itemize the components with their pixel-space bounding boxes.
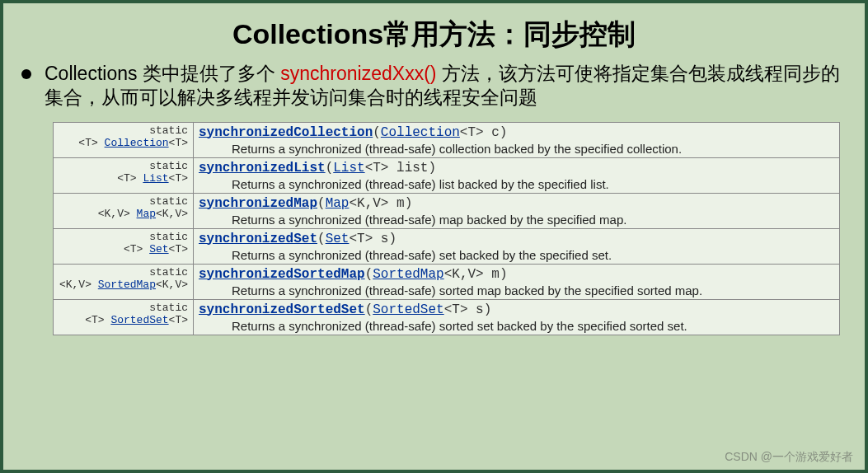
table-row: static<K,V> SortedMap<K,V>synchronizedSo… xyxy=(54,264,840,299)
desc-highlight: synchronizedXxx() xyxy=(280,63,436,84)
modifier-cell: static<T> Set<T> xyxy=(54,228,194,264)
method-cell: synchronizedSortedSet(SortedSet<T> s)Ret… xyxy=(194,299,840,335)
method-description: Returns a synchronized (thread-safe) col… xyxy=(199,142,834,156)
return-type-link[interactable]: SortedSet xyxy=(110,314,168,326)
param-rest: <K,V> m) xyxy=(444,267,508,282)
type-pre: <K,V> xyxy=(98,208,137,220)
method-cell: synchronizedList(List<T> list)Returns a … xyxy=(194,157,840,193)
paren-open: ( xyxy=(317,232,326,246)
return-type-link[interactable]: List xyxy=(143,172,168,185)
paren-open: ( xyxy=(365,302,373,317)
return-type: <T> List<T> xyxy=(59,172,188,185)
static-keyword: static xyxy=(59,231,188,243)
type-pre: <T> xyxy=(124,243,149,255)
return-type-link[interactable]: Map xyxy=(137,208,156,220)
param-type-link[interactable]: Set xyxy=(326,232,350,246)
type-pre: <T> xyxy=(78,137,104,149)
param-rest: <K,V> m) xyxy=(349,196,412,211)
type-post: <K,V> xyxy=(156,279,188,291)
method-cell: synchronizedSortedMap(SortedMap<K,V> m)R… xyxy=(194,264,840,299)
type-post: <T> xyxy=(169,172,188,185)
method-cell: synchronizedSet(Set<T> s)Returns a synch… xyxy=(194,228,840,264)
param-rest: <T> c) xyxy=(460,125,508,140)
type-post: <T> xyxy=(169,314,188,326)
method-description: Returns a synchronized (thread-safe) map… xyxy=(199,213,834,227)
method-name-link[interactable]: synchronizedCollection xyxy=(199,125,373,140)
modifier-cell: static<T> SortedSet<T> xyxy=(54,299,194,335)
method-description: Returns a synchronized (thread-safe) lis… xyxy=(199,177,834,191)
modifier-cell: static<T> Collection<T> xyxy=(54,122,194,157)
return-type-link[interactable]: Collection xyxy=(105,137,169,149)
table-row: static<T> Collection<T>synchronizedColle… xyxy=(54,122,840,157)
method-name-link[interactable]: synchronizedMap xyxy=(199,196,317,211)
modifier-cell: static<K,V> Map<K,V> xyxy=(54,193,194,228)
table-row: static<T> Set<T>synchronizedSet(Set<T> s… xyxy=(54,228,840,264)
static-keyword: static xyxy=(59,195,188,208)
param-type-link[interactable]: Collection xyxy=(381,125,460,140)
type-post: <K,V> xyxy=(156,208,188,220)
param-rest: <T> s) xyxy=(444,302,492,317)
return-type: <T> Collection<T> xyxy=(59,137,188,149)
method-name-link[interactable]: synchronizedSortedSet xyxy=(199,302,365,317)
paren-open: ( xyxy=(326,161,334,176)
return-type: <T> SortedSet<T> xyxy=(59,314,188,326)
return-type: <T> Set<T> xyxy=(59,243,188,255)
table-row: static<T> SortedSet<T>synchronizedSorted… xyxy=(54,299,840,335)
modifier-cell: static<T> List<T> xyxy=(54,157,194,193)
param-type-link[interactable]: Map xyxy=(326,196,350,211)
table-row: static<K,V> Map<K,V>synchronizedMap(Map<… xyxy=(54,193,840,228)
paren-open: ( xyxy=(365,267,373,282)
page-title: Collections常用方法：同步控制 xyxy=(3,3,865,62)
return-type-link[interactable]: Set xyxy=(149,243,168,255)
bullet-icon xyxy=(21,69,31,79)
method-cell: synchronizedCollection(Collection<T> c)R… xyxy=(194,122,840,157)
static-keyword: static xyxy=(59,302,188,314)
type-pre: <K,V> xyxy=(59,279,98,291)
method-cell: synchronizedMap(Map<K,V> m)Returns a syn… xyxy=(194,193,840,228)
desc-pre: Collections 类中提供了多个 xyxy=(45,63,280,84)
return-type: <K,V> SortedMap<K,V> xyxy=(59,279,188,291)
return-type-link[interactable]: SortedMap xyxy=(98,279,156,291)
watermark-text: CSDN @一个游戏爱好者 xyxy=(725,450,853,465)
return-type: <K,V> Map<K,V> xyxy=(59,208,188,220)
param-type-link[interactable]: List xyxy=(333,161,364,176)
table-row: static<T> List<T>synchronizedList(List<T… xyxy=(54,157,840,193)
method-name-link[interactable]: synchronizedSortedMap xyxy=(199,267,365,282)
param-rest: <T> list) xyxy=(365,161,436,176)
modifier-cell: static<K,V> SortedMap<K,V> xyxy=(54,264,194,299)
method-name-link[interactable]: synchronizedList xyxy=(199,161,326,176)
type-post: <T> xyxy=(169,243,188,255)
api-method-table: static<T> Collection<T>synchronizedColle… xyxy=(53,122,840,335)
method-description: Returns a synchronized (thread-safe) set… xyxy=(199,248,834,262)
param-type-link[interactable]: SortedSet xyxy=(373,302,443,317)
type-post: <T> xyxy=(169,137,188,149)
param-type-link[interactable]: SortedMap xyxy=(373,267,443,282)
description-paragraph: Collections 类中提供了多个 synchronizedXxx() 方法… xyxy=(3,62,865,110)
param-rest: <T> s) xyxy=(349,232,396,246)
type-pre: <T> xyxy=(85,314,110,326)
method-description: Returns a synchronized (thread-safe) sor… xyxy=(199,283,834,297)
type-pre: <T> xyxy=(117,172,143,185)
static-keyword: static xyxy=(59,124,188,137)
static-keyword: static xyxy=(59,160,188,172)
method-description: Returns a synchronized (thread-safe) sor… xyxy=(199,319,834,333)
paren-open: ( xyxy=(373,125,381,140)
static-keyword: static xyxy=(59,266,188,279)
paren-open: ( xyxy=(317,196,326,211)
method-name-link[interactable]: synchronizedSet xyxy=(199,232,317,246)
